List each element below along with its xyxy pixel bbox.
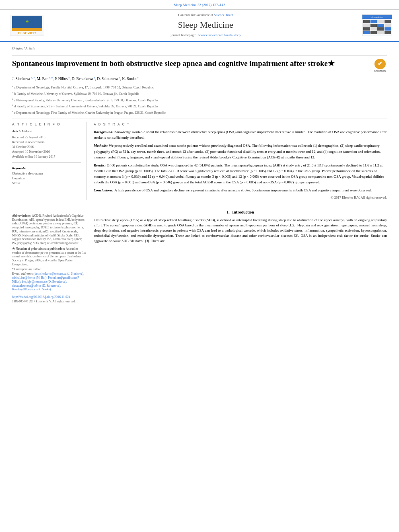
- affiliation-b: b b Faculty of Medicine, University of O…: [12, 90, 387, 97]
- keyword-2: Cognition: [12, 176, 81, 181]
- sleep-medicine-logo-area: sleepmedicine: [362, 14, 394, 36]
- paper-title: Spontaneous improvement in both obstruct…: [12, 59, 369, 69]
- abstract-results: Results: Of 68 patients completing the s…: [94, 162, 387, 185]
- abbreviations-footnote: Abbreviations: ACE-R, Revised Addenbrook…: [12, 214, 86, 245]
- copyright-line: © 2017 Elsevier B.V. All rights reserved…: [94, 195, 387, 200]
- methods-text: We prospectively enrolled and examined a…: [94, 144, 380, 159]
- available-date: Available online 16 January 2017: [12, 154, 81, 159]
- keywords-block: Keywords: Obstructive sleep apnea Cognit…: [12, 166, 81, 186]
- contents-line: Contents lists available at ScienceDirec…: [53, 13, 358, 18]
- received-revised-date: 31 October 2016: [12, 145, 81, 149]
- introduction-text-area: 1. Introduction Obstructive sleep apnea …: [94, 210, 387, 304]
- journal-title-area: Contents lists available at ScienceDirec…: [53, 13, 358, 38]
- homepage-link[interactable]: www.elsevier.com/locate/sleep: [198, 33, 241, 37]
- affiliation-a: a a Department of Neurology, Faculty Hos…: [12, 84, 387, 90]
- history-label: Article history:: [12, 129, 81, 134]
- title-divider: [12, 55, 387, 55]
- affiliations-block: a a Department of Neurology, Faculty Hos…: [12, 84, 387, 115]
- accepted-date: Accepted 10 November 2016: [12, 150, 81, 154]
- crossmark-icon: ✔: [374, 59, 386, 69]
- affiliation-c: c c Philosophical Faculty, Palacky Unive…: [12, 97, 387, 103]
- abstract-background: Background: Knowledge available about th…: [94, 129, 387, 140]
- keywords-divider: [12, 162, 81, 163]
- article-history-block: Article history: Received 25 August 2016…: [12, 129, 81, 159]
- affiliation-d: d d Faculty of Economics, VSB – Technica…: [12, 103, 387, 109]
- paper-title-area: Spontaneous improvement in both obstruct…: [12, 59, 387, 73]
- elsevier-logo: 🌳 ELSEVIER: [10, 15, 44, 36]
- abstract-column: A B S T R A C T Background: Knowledge av…: [94, 122, 387, 200]
- keyword-1: Obstructive sleep apnea: [12, 171, 81, 176]
- conclusions-text: A high prevalence of OSA and cognitive d…: [115, 188, 372, 192]
- footnotes-column: Abbreviations: ACE-R, Revised Addenbrook…: [12, 210, 86, 304]
- footnotes-area: Abbreviations: ACE-R, Revised Addenbrook…: [12, 212, 86, 292]
- svg-rect-3: [12, 28, 42, 31]
- introduction-section: Abbreviations: ACE-R, Revised Addenbrook…: [12, 206, 387, 304]
- journal-name: Sleep Medicine: [53, 19, 358, 31]
- background-label: Background:: [94, 130, 113, 134]
- elsevier-logo-area: 🌳 ELSEVIER: [5, 15, 49, 36]
- crossmark-badge: ✔ CrossMark: [373, 59, 387, 73]
- article-info-header: A R T I C L E I N F O: [12, 122, 81, 127]
- keyword-3: Stroke: [12, 181, 81, 185]
- svg-text:ELSEVIER: ELSEVIER: [18, 31, 36, 35]
- journal-banner: 🌳 ELSEVIER Contents lists available at S…: [0, 10, 399, 42]
- doi-area: http://dx.doi.org/10.1016/j.sleep.2016.1…: [12, 295, 86, 300]
- doi-link[interactable]: http://dx.doi.org/10.1016/j.sleep.2016.1…: [12, 295, 70, 299]
- results-text: Of 68 patients completing the study, OSA…: [94, 163, 384, 184]
- journal-citation: Sleep Medicine 32 (2017) 137–142: [174, 3, 225, 7]
- emails-footnote: E-mail addresses: jana.slonkova@seznam.c…: [12, 272, 86, 292]
- received-revised-label: Received in revised form: [12, 140, 81, 144]
- main-content: Original Article Spontaneous improvement…: [0, 42, 399, 308]
- intro-columns: Abbreviations: ACE-R, Revised Addenbrook…: [12, 210, 387, 304]
- affiliation-e: e e Department of Neurology, First Facul…: [12, 109, 387, 115]
- keywords-label: Keywords:: [12, 166, 81, 170]
- abstract-header: A B S T R A C T: [94, 122, 387, 127]
- journal-header: Sleep Medicine 32 (2017) 137–142: [0, 0, 399, 10]
- introduction-body: Obstructive sleep apnea (OSA) as a type …: [94, 218, 387, 244]
- conclusions-label: Conclusions:: [94, 188, 113, 192]
- abstract-conclusions: Conclusions: A high prevalence of OSA an…: [94, 187, 387, 193]
- issn-line: 1389-9457/© 2017 Elsevier B.V. All right…: [12, 300, 86, 304]
- received-date: Received 25 August 2016: [12, 135, 81, 140]
- authors-line: J. Slonkova a, *, M. Bar a, b, P. Nilius…: [12, 76, 387, 82]
- intro-section-title: 1. Introduction: [94, 210, 387, 215]
- svg-text:🌳: 🌳: [25, 20, 29, 24]
- methods-label: Methods:: [94, 144, 108, 148]
- sleep-medicine-logo: sleepmedicine: [362, 14, 392, 36]
- corresponding-footnote: * Corresponding author.: [12, 267, 86, 271]
- background-text: Knowledge available about the relationsh…: [94, 130, 387, 140]
- elsevier-icon: 🌳 ELSEVIER: [10, 15, 44, 36]
- sciencedirect-link[interactable]: ScienceDirect: [214, 13, 233, 17]
- homepage-line: journal homepage: www.elsevier.com/locat…: [53, 33, 358, 38]
- abstract-divider: [12, 119, 387, 119]
- abstract-methods: Methods: We prospectively enrolled and e…: [94, 143, 387, 160]
- article-body-columns: A R T I C L E I N F O Article history: R…: [12, 122, 387, 200]
- article-info-column: A R T I C L E I N F O Article history: R…: [12, 122, 86, 200]
- article-type-label: Original Article: [12, 46, 387, 52]
- crossmark-label: CrossMark: [374, 70, 386, 73]
- prior-pub-footnote: ★ Notation of prior abstract publication…: [12, 247, 86, 267]
- results-label: Results:: [94, 163, 106, 167]
